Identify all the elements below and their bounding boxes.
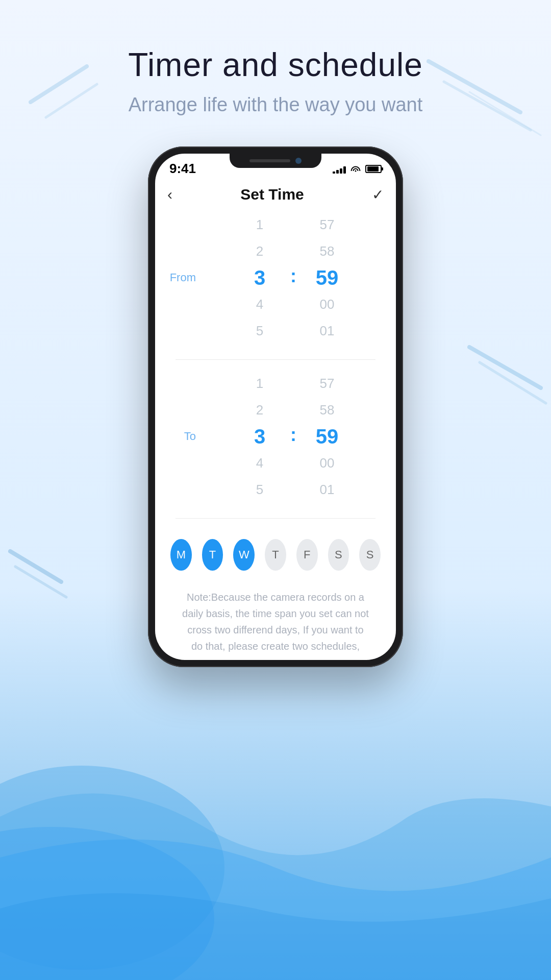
to-min-selected: 59 (316, 423, 339, 450)
header-section: Timer and schedule Arrange life with the… (0, 0, 551, 116)
day-sunday[interactable]: S (359, 539, 381, 571)
from-min-selected: 59 (316, 264, 339, 291)
day-saturday[interactable]: S (328, 539, 349, 571)
to-min-01: 01 (320, 476, 335, 503)
phone-outer-frame: 9:41 ‹ (148, 146, 403, 667)
day-wednesday[interactable]: W (233, 539, 255, 571)
from-hour-column: 1 2 3 4 5 (239, 211, 280, 344)
phone-notch (230, 154, 321, 168)
to-hour-5: 5 (256, 476, 263, 503)
days-row: M T W T F S S (165, 529, 386, 581)
from-picker-row: From 1 2 3 4 5 : 57 58 59 (165, 211, 386, 344)
to-hour-4: 4 (256, 450, 263, 476)
from-min-57: 57 (320, 211, 335, 238)
phone-speaker (249, 159, 290, 162)
nav-header: ‹ Set Time ✓ (155, 181, 396, 211)
from-hour-selected: 3 (254, 264, 265, 291)
battery-icon (365, 165, 382, 173)
wifi-icon (350, 163, 361, 175)
to-hour-1: 1 (256, 370, 263, 397)
to-hour-2: 2 (256, 397, 263, 423)
from-min-01: 01 (320, 317, 335, 344)
day-friday[interactable]: F (296, 539, 318, 571)
to-picker-container[interactable]: 1 2 3 4 5 : 57 58 59 00 01 (201, 370, 386, 503)
from-hour-4: 4 (256, 291, 263, 317)
page-title: Timer and schedule (0, 46, 551, 84)
pickers-section: From 1 2 3 4 5 : 57 58 59 (155, 211, 396, 660)
from-min-58: 58 (320, 238, 335, 264)
day-thursday[interactable]: T (265, 539, 286, 571)
svg-point-10 (0, 827, 214, 980)
screen-title: Set Time (240, 186, 304, 203)
from-min-00: 00 (320, 291, 335, 317)
from-colon: : (290, 265, 296, 290)
from-label: From (165, 271, 196, 284)
divider-2 (176, 518, 375, 519)
note-text: Note:Because the camera records on a dai… (165, 581, 386, 660)
to-picker-row: To 1 2 3 4 5 : 57 58 59 (165, 370, 386, 503)
confirm-button[interactable]: ✓ (372, 186, 384, 203)
svg-point-9 (0, 766, 224, 970)
page-subtitle: Arrange life with the way you want (0, 94, 551, 116)
from-minute-column: 57 58 59 00 01 (307, 211, 347, 344)
status-time: 9:41 (169, 161, 196, 177)
to-hour-selected: 3 (254, 423, 265, 450)
phone-camera (295, 158, 302, 164)
signal-icon (333, 164, 346, 174)
to-min-00: 00 (320, 450, 335, 476)
from-picker-container[interactable]: 1 2 3 4 5 : 57 58 59 00 01 (201, 211, 386, 344)
to-colon: : (290, 424, 296, 449)
day-monday[interactable]: M (170, 539, 192, 571)
from-hour-2: 2 (256, 238, 263, 264)
phone-mockup: 9:41 ‹ (0, 146, 551, 667)
from-hour-1: 1 (256, 211, 263, 238)
to-label: To (165, 430, 196, 443)
phone-screen: 9:41 ‹ (155, 154, 396, 660)
status-icons (333, 163, 382, 175)
to-minute-column: 57 58 59 00 01 (307, 370, 347, 503)
to-hour-column: 1 2 3 4 5 (239, 370, 280, 503)
to-min-57: 57 (320, 370, 335, 397)
from-hour-5: 5 (256, 317, 263, 344)
divider-1 (176, 359, 375, 360)
back-button[interactable]: ‹ (167, 186, 172, 203)
day-tuesday[interactable]: T (202, 539, 223, 571)
to-min-58: 58 (320, 397, 335, 423)
